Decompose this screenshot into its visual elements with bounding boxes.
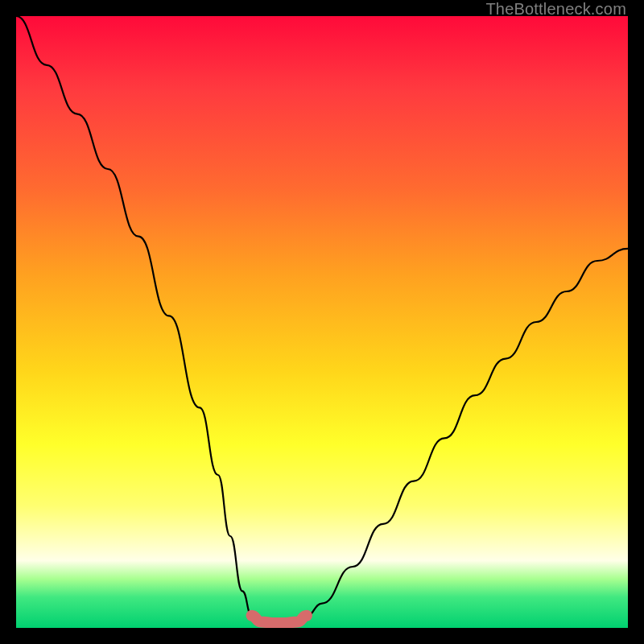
curve-layer [16,16,628,628]
plot-area [16,16,628,628]
chart-frame: TheBottleneck.com [0,0,644,644]
left-curve [16,16,252,616]
floor-marker [252,616,307,623]
right-curve [307,249,628,616]
watermark-text: TheBottleneck.com [485,0,626,19]
